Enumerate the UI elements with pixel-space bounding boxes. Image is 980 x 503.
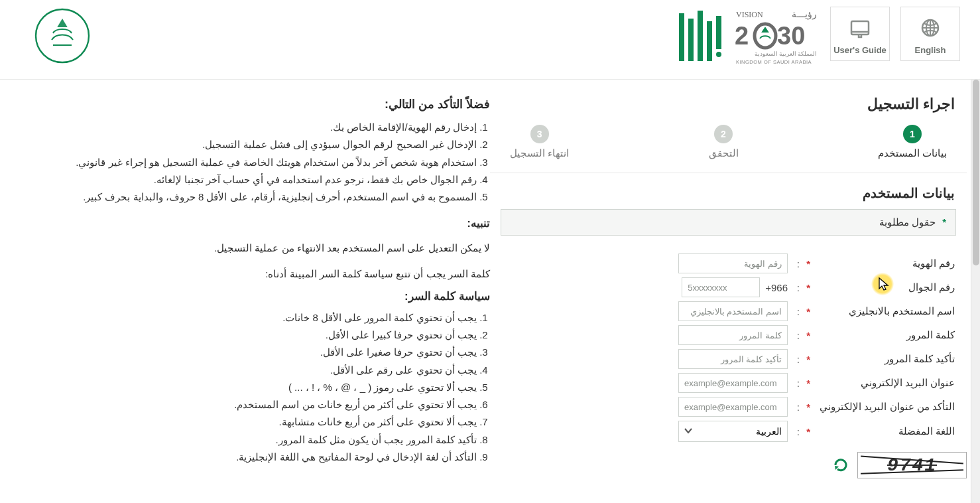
svg-text:2: 2: [735, 22, 749, 50]
input-password[interactable]: [678, 325, 788, 345]
input-email-confirm[interactable]: [678, 397, 788, 417]
label-email: عنوان البريد الإلكتروني: [816, 377, 955, 389]
row-id: رقم الهوية * :: [490, 252, 967, 275]
ensure-title: فضلاً التأكد من التالي:: [24, 97, 490, 111]
password-item: يجب ألا تحتوي على أكثر من أربع خانات متش…: [24, 414, 477, 429]
step-3: 3 انتهاء التسجيل: [510, 125, 569, 159]
colon: :: [790, 401, 800, 413]
book-icon: [849, 15, 871, 41]
captcha-image: 9741: [857, 452, 967, 478]
colon: :: [790, 378, 800, 389]
password-policy-list: يجب أن تحتوي كلمة المرور على الأقل 8 خان…: [24, 310, 490, 465]
scroll-thumb[interactable]: [973, 80, 979, 265]
star: *: [802, 306, 813, 317]
header-bar: VISION رؤيـــة 2 30 المملكة العربية السع…: [0, 0, 980, 80]
ensure-item: المسموح به في اسم المستخدم، أحرف إنجليزي…: [24, 189, 477, 204]
ensure-item: إدخال رقم الهوية/الإقامة الخاص بك.: [24, 119, 477, 135]
svg-text:30: 30: [777, 22, 805, 50]
password-item: التأكد أن لغة الإدخال في لوحة المفاتيح ه…: [24, 449, 477, 465]
label-mobile: رقم الجوال: [816, 281, 955, 293]
password-item: تأكيد كلمة المرور يجب أن يكون مثل كلمة ا…: [24, 432, 477, 447]
password-item: يجب أن تحتوي حرفا صغيرا على الأقل.: [24, 344, 477, 360]
colon: :: [790, 306, 800, 317]
password-item: يجب ألا تحتوي على رموز ( _ ، @ ، % ، ! ،…: [24, 380, 477, 395]
svg-rect-4: [707, 21, 712, 61]
row-mobile: رقم الجوال * : +966: [490, 275, 967, 299]
star: *: [802, 378, 813, 389]
warning-title: تنبيه:: [24, 216, 490, 230]
warning-line: لا يمكن التعديل على اسم المستخدم بعد الا…: [24, 240, 490, 255]
password-item: يجب ألا تحتوي على أكثر من أربع خانات من …: [24, 397, 477, 412]
input-email[interactable]: [678, 373, 788, 393]
row-language: اللغة المفضلة * : العربية: [490, 419, 967, 444]
svg-rect-1: [679, 13, 684, 61]
row-password-confirm: تأكيد كلمة المرور * :: [490, 347, 967, 371]
step-1-label: بيانات المستخدم: [878, 147, 947, 159]
row-email: عنوان البريد الإلكتروني * :: [490, 371, 967, 395]
page-title: اجراء التسجيل: [490, 86, 967, 118]
svg-rect-5: [716, 16, 721, 49]
star: *: [802, 401, 813, 413]
users-guide-button[interactable]: User's Guide: [830, 7, 890, 61]
vertical-scrollbar[interactable]: [971, 80, 980, 478]
password-item: يجب أن تحتوي حرفا كبيرا على الأقل.: [24, 327, 477, 342]
captcha-refresh-button[interactable]: [832, 457, 849, 474]
star: *: [802, 426, 813, 437]
input-mobile[interactable]: [682, 277, 760, 297]
colon: :: [790, 354, 800, 365]
star: *: [802, 282, 813, 293]
svg-rect-3: [698, 11, 703, 61]
registration-stepper: 1 بيانات المستخدم 2 التحقق 3 انتهاء التس…: [490, 118, 967, 173]
label-email-confirm: التأكد من عنوان البريد الإلكتروني: [816, 401, 955, 413]
input-username[interactable]: [678, 301, 788, 321]
english-label: English: [915, 45, 946, 55]
form-section-title: بيانات المستخدم: [490, 173, 967, 205]
colon: :: [790, 330, 800, 341]
input-id[interactable]: [678, 253, 788, 273]
svg-point-0: [36, 9, 89, 62]
step-2-label: التحقق: [709, 147, 739, 159]
label-password: كلمة المرور: [816, 329, 955, 341]
password-item: يجب أن تحتوي على رقم على الأقل.: [24, 362, 477, 378]
star: *: [802, 258, 813, 269]
language-english-button[interactable]: English: [900, 7, 960, 61]
guide-label: User's Guide: [833, 45, 887, 55]
label-id: رقم الهوية: [816, 257, 955, 269]
input-password-confirm[interactable]: [678, 349, 788, 369]
password-item: يجب أن تحتوي كلمة المرور على الأقل 8 خان…: [24, 310, 477, 325]
moi-emblem-logo: [33, 7, 92, 68]
svg-point-6: [716, 52, 721, 57]
required-asterisk: *: [942, 216, 946, 228]
row-email-confirm: التأكد من عنوان البريد الإلكتروني * :: [490, 395, 967, 419]
colon: :: [790, 282, 800, 293]
label-language: اللغة المفضلة: [816, 425, 955, 437]
step-3-label: انتهاء التسجيل: [510, 147, 569, 159]
step-2-number: 2: [714, 125, 733, 143]
svg-text:المملكة العربية السعودية: المملكة العربية السعودية: [755, 50, 818, 58]
star: *: [802, 354, 813, 365]
svg-text:KINGDOM OF SAUDI ARABIA: KINGDOM OF SAUDI ARABIA: [736, 59, 812, 65]
step-1-number: 1: [903, 125, 922, 143]
step-3-number: 3: [530, 125, 549, 143]
colon: :: [790, 426, 800, 437]
globe-icon: [920, 13, 941, 41]
step-1: 1 بيانات المستخدم: [878, 125, 947, 159]
row-password: كلمة المرور * :: [490, 323, 967, 347]
colon: :: [790, 258, 800, 269]
required-fields-note: * حقول مطلوبة: [501, 209, 956, 236]
ensure-item: الإدخال غير الصحيح لرقم الجوال سيؤدي إلى…: [24, 137, 477, 152]
ensure-item: رقم الجوال خاص بك فقط، نرجو عدم استخدامه…: [24, 172, 477, 187]
dial-code: +966: [765, 282, 788, 293]
vision-2030-logo: VISION رؤيـــة 2 30 المملكة العربية السع…: [733, 7, 820, 70]
label-username: اسم المستخدم بالانجليزي: [816, 305, 955, 317]
label-password-confirm: تأكيد كلمة المرور: [816, 353, 955, 365]
step-2: 2 التحقق: [709, 125, 739, 159]
captcha-value: 9741: [887, 455, 937, 476]
star: *: [802, 330, 813, 341]
absher-logo: [676, 7, 723, 66]
svg-text:VISION: VISION: [736, 10, 763, 19]
svg-text:رؤيـــة: رؤيـــة: [792, 9, 817, 20]
select-language[interactable]: العربية: [678, 421, 788, 442]
warning-line: كلمة السر يجب أن تتبع سياسة كلمة السر ال…: [24, 266, 490, 281]
password-policy-title: سياسة كلمة السر:: [24, 289, 490, 303]
